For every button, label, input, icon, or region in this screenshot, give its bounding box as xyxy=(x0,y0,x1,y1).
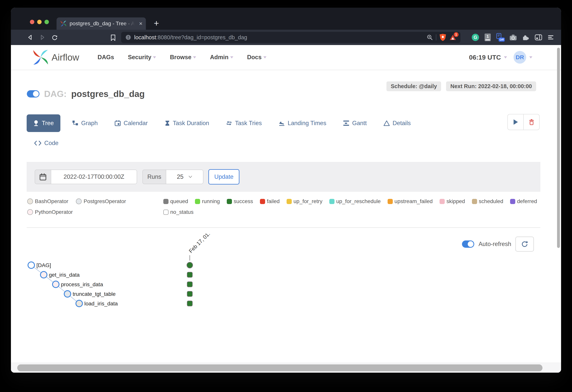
airflow-brand[interactable]: Airflow xyxy=(52,45,79,70)
plane-landing-icon xyxy=(279,120,285,126)
status-swatch xyxy=(195,199,200,204)
horizontal-scrollbar[interactable] xyxy=(17,364,542,371)
status-swatch xyxy=(388,199,393,204)
site-info-icon[interactable] xyxy=(125,34,131,40)
avatar[interactable]: DR xyxy=(513,51,526,63)
schedule-badge[interactable]: Schedule: @daily xyxy=(386,81,441,91)
page-title: postgres_db_dag xyxy=(71,89,145,99)
calendar-addon[interactable] xyxy=(35,170,51,184)
base-date-input[interactable] xyxy=(51,170,137,184)
menu-label: Security xyxy=(128,54,151,61)
legend-up-for-retry: up_for_retry xyxy=(286,198,322,204)
browser-toolbar: localhost:8080/tree?dag_id=postgres_db_d… xyxy=(11,30,561,45)
status-label: success xyxy=(234,198,253,204)
run-column-header[interactable]: Feb 17, 01:00 xyxy=(188,234,215,254)
operator-legend-row-2: PythonOperator xyxy=(27,209,73,215)
tab-calendar[interactable]: Calendar xyxy=(115,120,148,127)
tab-tree[interactable]: Tree xyxy=(27,114,60,132)
auto-refresh-label: Auto-refresh xyxy=(478,241,511,248)
next-run-badge: Next Run: 2022-02-18, 00:00:00 xyxy=(446,81,536,91)
runs-select[interactable]: 25 xyxy=(166,170,203,184)
counter-extension-icon[interactable]: 1 xyxy=(485,33,491,41)
puzzle-extensions-icon[interactable] xyxy=(522,34,529,41)
tab-label: Code xyxy=(44,140,59,147)
tree-node-load-iris-data[interactable] xyxy=(76,300,82,307)
tree-node-get-iris-data[interactable] xyxy=(40,271,47,278)
status-swatch xyxy=(227,199,232,204)
tab-label: Landing Times xyxy=(288,120,326,127)
status-swatch xyxy=(163,210,169,215)
task-instance-square[interactable] xyxy=(187,282,192,287)
zoom-window-button[interactable] xyxy=(45,20,49,24)
task-instance-square[interactable] xyxy=(187,301,192,306)
tab-task-duration[interactable]: Task Duration xyxy=(165,120,209,127)
menu-item-security[interactable]: Security xyxy=(128,54,156,61)
translate-off-extension-icon[interactable]: Off xyxy=(496,33,504,42)
auto-refresh-toggle[interactable] xyxy=(462,240,474,248)
menu-item-dags[interactable]: DAGs xyxy=(97,54,114,61)
brave-shield-icon[interactable] xyxy=(439,33,446,41)
reload-icon[interactable] xyxy=(52,34,58,41)
tree-node-truncate-tgt-table[interactable] xyxy=(64,291,71,297)
bookmark-icon[interactable] xyxy=(110,34,116,41)
minimize-window-button[interactable] xyxy=(37,20,42,24)
tab-close-icon[interactable]: × xyxy=(139,21,143,26)
menu-label: Browse xyxy=(170,54,191,61)
status-swatch xyxy=(510,199,515,204)
update-button[interactable]: Update xyxy=(208,169,239,185)
trigger-dag-button[interactable] xyxy=(508,114,524,130)
back-icon[interactable] xyxy=(27,34,33,40)
vertical-scrollbar[interactable] xyxy=(557,48,560,248)
status-label: queued xyxy=(170,198,188,204)
camera-extension-icon[interactable] xyxy=(509,34,517,41)
tree-node-label: truncate_tgt_table xyxy=(73,291,116,297)
close-window-button[interactable] xyxy=(30,20,34,24)
menu-item-docs[interactable]: Docs xyxy=(247,54,267,61)
navbar-right: 06:19 UTC DR xyxy=(469,45,532,70)
forward-icon[interactable] xyxy=(39,34,45,40)
dag-run-status-circle[interactable] xyxy=(187,262,193,268)
new-tab-button[interactable]: + xyxy=(152,19,161,28)
legend-bashoperator: BashOperator xyxy=(27,198,68,204)
play-icon xyxy=(513,119,518,125)
operator-swatch xyxy=(27,199,33,204)
operator-label: PostgresOperator xyxy=(84,198,126,204)
status-swatch xyxy=(440,199,445,204)
status-label: no_status xyxy=(170,209,193,215)
menu-item-admin[interactable]: Admin xyxy=(210,54,233,61)
url-bar[interactable]: localhost:8080/tree?dag_id=postgres_db_d… xyxy=(121,32,461,43)
chevron-down-icon xyxy=(529,56,532,60)
status-legend-row-2: no_status xyxy=(163,209,193,215)
tab-task-tries[interactable]: Task Tries xyxy=(226,120,262,127)
refresh-icon xyxy=(521,241,528,248)
menu-item-browse[interactable]: Browse xyxy=(170,54,196,61)
legend-success: success xyxy=(227,198,253,204)
zoom-page-icon[interactable] xyxy=(427,34,433,40)
status-label: failed xyxy=(267,198,280,204)
tree-node-process-iris-data[interactable] xyxy=(52,281,59,288)
refresh-button[interactable] xyxy=(515,237,534,251)
bat-rewards-wrap: 1 xyxy=(449,34,456,41)
browser-tab[interactable]: postgres_db_dag - Tree - Airflo × xyxy=(57,17,146,30)
view-tabs: Tree Graph Calendar xyxy=(27,114,411,132)
legend-deferred: deferred xyxy=(510,198,537,204)
tab-code[interactable]: Code xyxy=(34,140,59,147)
delete-dag-button[interactable] xyxy=(524,114,540,130)
dag-pause-toggle[interactable] xyxy=(27,90,39,97)
dag-prefix: DAG: xyxy=(44,89,67,99)
task-instance-square[interactable] xyxy=(187,272,192,277)
status-label: upstream_failed xyxy=(395,198,433,204)
tab-landing-times[interactable]: Landing Times xyxy=(279,120,326,127)
grammarly-icon[interactable]: G xyxy=(472,34,479,41)
url-host: localhost xyxy=(134,34,156,40)
wallet-sidebar-icon[interactable] xyxy=(535,34,542,41)
airflow-navbar: Airflow DAGs Security Browse Admin Docs … xyxy=(11,45,561,70)
menu-hamburger-icon[interactable] xyxy=(548,34,554,40)
tree-node-dag[interactable] xyxy=(28,262,34,268)
gantt-icon xyxy=(343,120,349,126)
clock-dropdown[interactable]: 06:19 UTC xyxy=(469,54,501,61)
tab-graph[interactable]: Graph xyxy=(72,120,98,127)
tab-gantt[interactable]: Gantt xyxy=(343,120,367,127)
task-instance-square[interactable] xyxy=(187,291,192,297)
tab-details[interactable]: Details xyxy=(383,120,411,127)
